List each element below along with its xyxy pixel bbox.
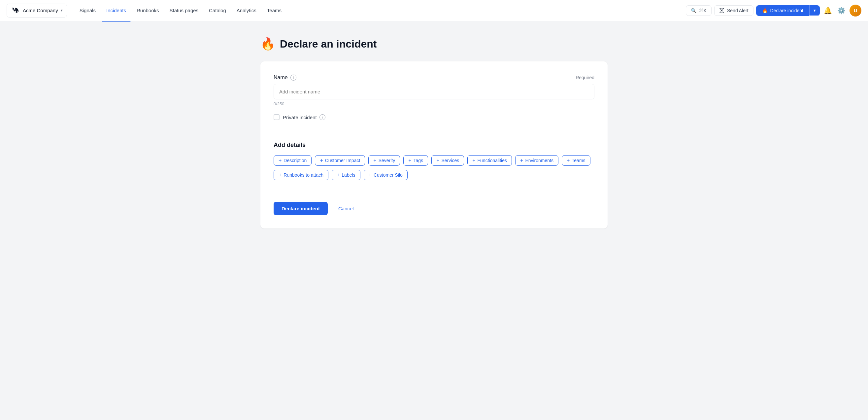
tag-label: Environments [525, 158, 554, 163]
settings-gear-icon[interactable]: ⚙️ [836, 5, 847, 16]
nav-signals[interactable]: Signals [75, 6, 100, 15]
private-incident-row: Private incident i [274, 114, 594, 120]
nav-incidents[interactable]: Incidents [102, 6, 131, 15]
tag-severity[interactable]: + Severity [368, 155, 400, 166]
company-name: Acme Company [23, 8, 58, 13]
tag-runbooks[interactable]: + Runbooks to attach [274, 170, 329, 180]
tag-plus-icon: + [567, 158, 570, 163]
send-alert-label: Send Alert [727, 8, 748, 13]
declare-incident-dropdown-button[interactable]: ▾ [809, 5, 820, 16]
tag-description[interactable]: + Description [274, 155, 312, 166]
divider-2 [274, 191, 594, 191]
tag-label: Customer Silo [374, 172, 403, 178]
tag-functionalities[interactable]: + Functionalities [467, 155, 512, 166]
private-info-icon[interactable]: i [319, 114, 326, 120]
svg-point-0 [721, 10, 722, 11]
tag-plus-icon: + [408, 158, 411, 163]
logo-icon [11, 6, 20, 15]
tag-customer-silo[interactable]: + Customer Silo [364, 170, 408, 180]
company-chevron-icon: ▾ [61, 8, 63, 12]
tag-environments[interactable]: + Environments [515, 155, 558, 166]
name-field-section: Name i Required 0/250 [274, 74, 594, 106]
declare-incident-label: Declare incident [770, 8, 803, 13]
tag-plus-icon: + [337, 172, 340, 178]
declare-incident-main-button[interactable]: 🔥 Declare incident [756, 5, 809, 16]
tag-services[interactable]: + Services [431, 155, 464, 166]
tag-teams[interactable]: + Teams [562, 155, 590, 166]
send-alert-button[interactable]: Send Alert [714, 5, 753, 16]
tag-plus-icon: + [373, 158, 376, 163]
tags-row: + Description + Customer Impact + Severi… [274, 155, 594, 180]
add-details-title: Add details [274, 142, 594, 149]
search-button[interactable]: 🔍 ⌘K [686, 5, 712, 16]
tag-plus-icon: + [369, 172, 372, 178]
page-title: Declare an incident [280, 38, 377, 50]
company-selector[interactable]: Acme Company ▾ [7, 4, 67, 18]
notifications-bell-icon[interactable]: 🔔 [823, 5, 833, 16]
private-incident-checkbox[interactable] [274, 114, 280, 120]
tag-label: Runbooks to attach [283, 172, 323, 178]
main-nav: Signals Incidents Runbooks Status pages … [75, 6, 683, 15]
header: Acme Company ▾ Signals Incidents Runbook… [0, 0, 868, 21]
char-count: 0/250 [274, 101, 594, 106]
tag-customer-impact[interactable]: + Customer Impact [315, 155, 365, 166]
tag-label: Tags [413, 158, 424, 163]
avatar-initials: U [854, 8, 857, 13]
incident-name-input[interactable] [274, 84, 594, 99]
search-shortcut: ⌘K [699, 8, 707, 13]
tag-plus-icon: + [320, 158, 323, 163]
nav-catalog[interactable]: Catalog [204, 6, 231, 15]
bottom-actions: Declare incident Cancel [274, 202, 594, 215]
tag-tags[interactable]: + Tags [403, 155, 428, 166]
name-label: Name i [274, 74, 297, 81]
tag-label: Description [283, 158, 307, 163]
nav-teams[interactable]: Teams [262, 6, 286, 15]
name-info-icon[interactable]: i [290, 74, 297, 81]
tag-plus-icon: + [472, 158, 475, 163]
radio-wave-icon [719, 8, 724, 13]
tag-plus-icon: + [520, 158, 523, 163]
form-card: Name i Required 0/250 Private incident i… [260, 61, 608, 229]
header-actions: 🔍 ⌘K Send Alert 🔥 Declare incident ▾ 🔔 [686, 5, 861, 17]
tag-labels[interactable]: + Labels [332, 170, 361, 180]
page-title-row: 🔥 Declare an incident [260, 37, 608, 51]
declare-incident-submit-button[interactable]: Declare incident [274, 202, 328, 215]
private-incident-label: Private incident i [283, 114, 326, 120]
avatar[interactable]: U [849, 5, 861, 17]
nav-analytics[interactable]: Analytics [232, 6, 261, 15]
tag-label: Services [442, 158, 459, 163]
tag-plus-icon: + [436, 158, 439, 163]
tag-label: Teams [571, 158, 585, 163]
tag-label: Severity [378, 158, 395, 163]
declare-chevron-icon: ▾ [813, 8, 816, 13]
tag-label: Functionalities [477, 158, 507, 163]
required-label: Required [576, 75, 594, 80]
declare-incident-button-group: 🔥 Declare incident ▾ [756, 5, 820, 16]
declare-submit-label: Declare incident [281, 206, 320, 211]
name-field-header: Name i Required [274, 74, 594, 81]
cancel-button[interactable]: Cancel [333, 202, 359, 215]
divider-1 [274, 131, 594, 131]
tag-plus-icon: + [279, 158, 281, 163]
cancel-label: Cancel [338, 206, 354, 211]
page-fire-icon: 🔥 [260, 37, 275, 51]
tag-plus-icon: + [279, 172, 281, 178]
nav-runbooks[interactable]: Runbooks [132, 6, 164, 15]
nav-status-pages[interactable]: Status pages [165, 6, 203, 15]
main-content: 🔥 Declare an incident Name i Required 0/… [252, 21, 616, 244]
add-details-section: Add details + Description + Customer Imp… [274, 142, 594, 180]
tag-label: Labels [342, 172, 355, 178]
tag-label: Customer Impact [325, 158, 361, 163]
search-icon: 🔍 [691, 8, 696, 13]
flame-icon: 🔥 [762, 8, 768, 13]
